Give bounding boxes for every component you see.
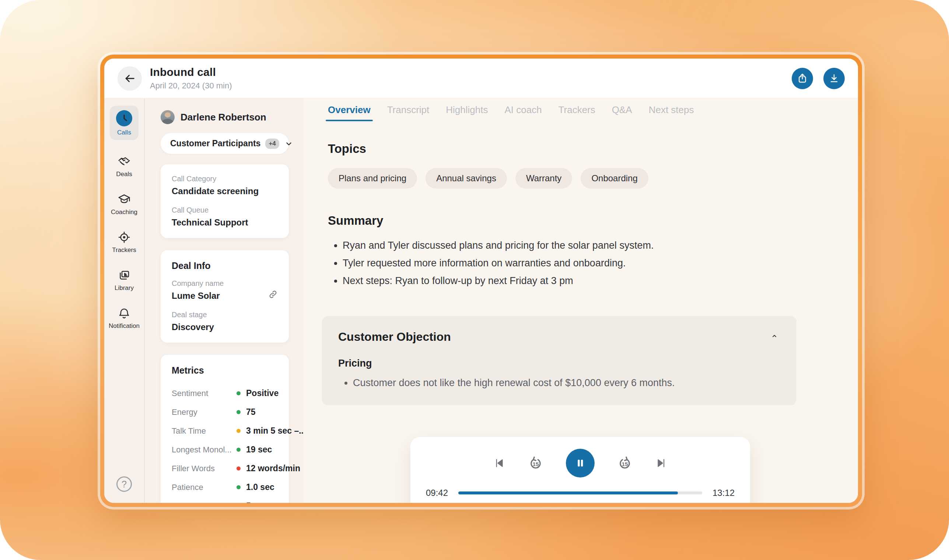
- status-dot: [237, 448, 241, 452]
- field-label: Call Category: [172, 175, 278, 183]
- header: Inbound call April 20, 2024 (30 min): [104, 58, 858, 98]
- tab-transcript[interactable]: Transcript: [387, 104, 429, 121]
- tab-trackers[interactable]: Trackers: [558, 104, 595, 121]
- back-button[interactable]: [117, 66, 142, 91]
- status-dot: [237, 391, 241, 395]
- tab-bar: Overview Transcript Highlights AI coach …: [328, 104, 858, 121]
- metric-value: 1.0 sec: [246, 482, 274, 492]
- question-mark-icon: ?: [122, 479, 127, 490]
- help-button[interactable]: ?: [117, 476, 132, 492]
- metric-row-patience: Patience 1.0 sec: [172, 478, 278, 497]
- audio-player: 15: [411, 437, 750, 503]
- metric-label: Longest Monol...: [172, 445, 235, 455]
- topic-chip[interactable]: Annual savings: [426, 168, 507, 189]
- download-button[interactable]: [823, 68, 845, 89]
- status-dot: [237, 485, 241, 489]
- svg-text:15: 15: [532, 461, 539, 467]
- svg-text:15: 15: [621, 461, 628, 467]
- sidebar-item-label: Trackers: [112, 246, 136, 254]
- company-name-field: Company name Lume Solar: [172, 279, 278, 301]
- summary-list: Ryan and Tyler discussed plans and prici…: [328, 238, 858, 288]
- field-label: Call Queue: [172, 206, 278, 214]
- skip-to-start-button[interactable]: [493, 457, 506, 469]
- sidebar-item-label: Library: [115, 285, 134, 292]
- seek-bar[interactable]: [458, 491, 702, 494]
- summary-bullet: Ryan and Tyler discussed plans and prici…: [343, 238, 858, 253]
- tab-overview[interactable]: Overview: [328, 104, 371, 121]
- pause-button[interactable]: [566, 449, 595, 477]
- topics-heading: Topics: [328, 142, 858, 156]
- topic-chip[interactable]: Onboarding: [581, 168, 648, 189]
- call-category-field: Call Category Candidate screening: [172, 175, 278, 196]
- status-dot: [237, 410, 241, 414]
- topic-chip[interactable]: Plans and pricing: [328, 168, 417, 189]
- tab-highlights[interactable]: Highlights: [446, 104, 488, 121]
- app-window-frame: Inbound call April 20, 2024 (30 min): [100, 54, 862, 507]
- call-queue-field: Call Queue Technical Support: [172, 206, 278, 228]
- skip-back-icon: [493, 457, 506, 469]
- participant-name: Darlene Robertson: [180, 112, 266, 123]
- header-actions: [792, 68, 845, 89]
- summary-heading: Summary: [328, 214, 858, 228]
- field-value: Lume Solar: [172, 291, 268, 301]
- total-time: 13:12: [712, 488, 735, 498]
- participant-row: Darlene Robertson: [161, 110, 289, 124]
- metric-label: Engaging Ques...: [172, 502, 235, 503]
- participants-count-badge: +4: [265, 138, 279, 149]
- metric-value: 12 words/min: [246, 463, 300, 474]
- company-link-button[interactable]: [268, 289, 278, 299]
- objection-bullet: Customer does not like the high renewal …: [353, 376, 780, 390]
- share-button[interactable]: [792, 68, 813, 89]
- metric-row-longest-monologue: Longest Monol... 19 sec: [172, 440, 278, 459]
- metric-value: 19 sec: [246, 445, 272, 455]
- bell-icon: [117, 306, 131, 320]
- call-date-duration: April 20, 2024 (30 min): [150, 81, 232, 91]
- sidebar-item-coaching[interactable]: Coaching: [111, 193, 137, 216]
- sidebar-item-library[interactable]: Library: [115, 269, 134, 292]
- objection-category: Pricing: [338, 358, 780, 369]
- rewind-15-button[interactable]: 15: [528, 455, 544, 471]
- sidebar-item-trackers[interactable]: Trackers: [112, 231, 136, 254]
- summary-bullet: Tyler requested more information on warr…: [343, 256, 858, 271]
- main-content: Overview Transcript Highlights AI coach …: [303, 98, 858, 503]
- customer-participants-dropdown[interactable]: Customer Participants +4: [161, 133, 289, 154]
- metric-label: Filler Words: [172, 464, 235, 474]
- sidebar-item-notification[interactable]: Notification: [109, 306, 140, 330]
- share-icon: [797, 73, 808, 84]
- sidebar-item-label: Calls: [117, 129, 131, 136]
- download-icon: [829, 73, 840, 84]
- pause-icon: [574, 457, 586, 469]
- target-icon: [117, 231, 131, 244]
- skip-forward-icon: [655, 457, 668, 469]
- sidebar-item-deals[interactable]: Deals: [116, 155, 132, 178]
- field-value: Discovery: [172, 322, 278, 332]
- library-icon: [117, 269, 131, 282]
- back-arrow-icon: [123, 72, 136, 85]
- link-icon: [268, 289, 278, 299]
- rewind-15-icon: 15: [528, 455, 544, 471]
- field-label: Deal stage: [172, 311, 278, 319]
- tab-ai-coach[interactable]: AI coach: [504, 104, 541, 121]
- status-dot: [237, 466, 241, 471]
- sidebar-item-calls[interactable]: Calls: [110, 106, 138, 140]
- skip-to-end-button[interactable]: [655, 457, 668, 469]
- metric-label: Patience: [172, 483, 235, 492]
- metric-row-sentiment: Sentiment Positive: [172, 384, 278, 403]
- forward-15-icon: 15: [617, 455, 633, 471]
- status-dot: [237, 429, 241, 433]
- metric-label: Sentiment: [172, 389, 235, 398]
- tab-qa[interactable]: Q&A: [612, 104, 632, 121]
- app-window: Inbound call April 20, 2024 (30 min): [104, 58, 858, 503]
- tab-next-steps[interactable]: Next steps: [649, 104, 694, 121]
- topic-chip[interactable]: Warranty: [515, 168, 572, 189]
- graduation-cap-icon: [117, 193, 131, 206]
- progress-fill: [458, 491, 678, 494]
- field-label: Company name: [172, 279, 278, 288]
- forward-15-button[interactable]: 15: [617, 455, 633, 471]
- field-value: Candidate screening: [172, 186, 278, 196]
- progress-row: 09:42 13:12: [426, 488, 735, 498]
- collapse-objection-button[interactable]: [769, 330, 780, 342]
- metrics-card: Metrics Sentiment Positive Energy 75: [161, 355, 289, 503]
- chevron-up-icon: [770, 332, 779, 340]
- metric-label: Talk Time: [172, 426, 235, 436]
